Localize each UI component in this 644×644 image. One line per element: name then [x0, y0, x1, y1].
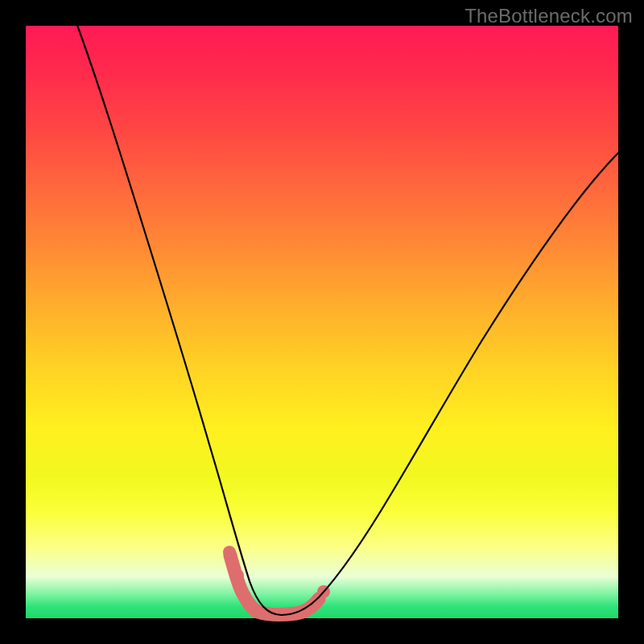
bottleneck-curve: [76, 21, 618, 615]
highlight-dot-upper: [223, 546, 236, 559]
attribution-label: TheBottleneck.com: [464, 5, 633, 27]
chart-frame: TheBottleneck.com: [0, 0, 644, 644]
curve-layer: [26, 26, 618, 618]
plot-area: [26, 26, 618, 618]
highlight-dot-mid: [231, 569, 244, 582]
